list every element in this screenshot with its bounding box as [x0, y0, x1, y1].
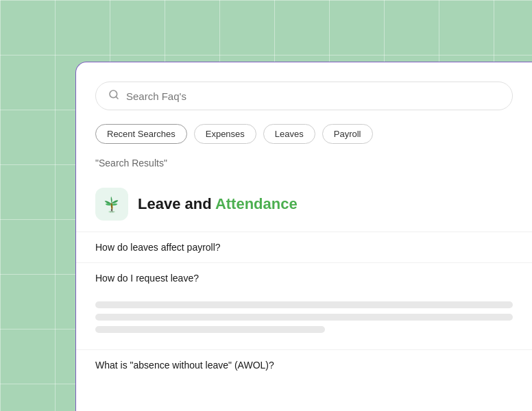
chip-payroll[interactable]: Payroll [322, 124, 373, 144]
skeleton-line-1 [95, 301, 513, 308]
chip-recent-searches[interactable]: Recent Searches [95, 124, 187, 144]
search-results-label: "Search Results" [76, 158, 532, 179]
search-bar[interactable] [95, 82, 513, 110]
search-icon [108, 89, 119, 103]
skeleton-line-3 [95, 326, 325, 333]
category-icon [95, 188, 128, 221]
category-title-plain: Leave and [138, 195, 215, 212]
category-title: Leave and Attendance [138, 195, 298, 213]
skeleton-lines [76, 293, 532, 349]
filter-chips: Recent Searches Expenses Leaves Payroll [76, 124, 532, 158]
faq-item-2[interactable]: How do I request leave? [76, 262, 532, 293]
faq-item-3[interactable]: What is "absence without leave" (AWOL)? [76, 349, 532, 380]
main-card: Recent Searches Expenses Leaves Payroll … [75, 62, 532, 411]
faq-item-1[interactable]: How do leaves affect payroll? [76, 232, 532, 262]
skeleton-line-2 [95, 314, 513, 321]
svg-point-3 [111, 209, 112, 210]
chip-expenses[interactable]: Expenses [194, 124, 256, 144]
chip-leaves[interactable]: Leaves [263, 124, 315, 144]
category-title-highlight: Attendance [215, 195, 298, 212]
search-input[interactable] [126, 90, 500, 102]
svg-line-1 [116, 97, 118, 99]
category-header: Leave and Attendance [76, 179, 532, 232]
